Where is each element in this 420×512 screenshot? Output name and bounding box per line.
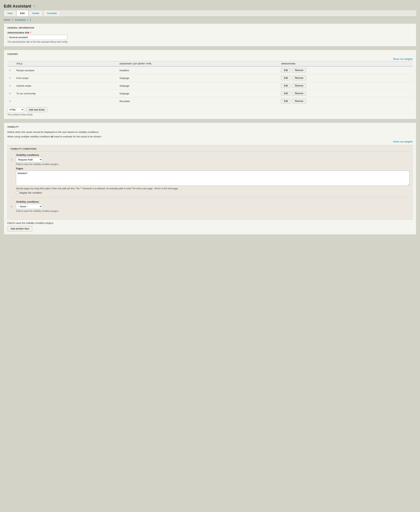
content-title: CONTENT: [7, 53, 413, 55]
row-title-2: Submit recipe: [15, 82, 118, 90]
content-table: TITLE ASSISTANT LIST ENTRY TYPE OPERATIO…: [7, 61, 413, 105]
admin-title-input[interactable]: [7, 35, 68, 40]
breadcrumb-home[interactable]: Home: [4, 18, 10, 21]
vis-pages-input-1[interactable]: /articles/*: [16, 171, 409, 186]
required-marker: *: [30, 31, 31, 34]
vis-pages-desc-1: Specify pages by using their paths. Ente…: [16, 187, 409, 190]
visibility-condition-1: ✛ Visibility conditions Request Path – N…: [11, 154, 409, 197]
breadcrumb-sep2: »: [27, 18, 29, 21]
vis-drag-handle-2[interactable]: ✛: [11, 205, 13, 208]
page-tabs: View Edit Delete Translate: [4, 10, 416, 16]
visibility-show-row-weights-link[interactable]: Show row weights: [393, 140, 413, 143]
bottom-field-desc: Field to save the visibility condition p…: [7, 222, 413, 224]
vis-cond-select-2[interactable]: – None – Request Path User Role Language: [16, 204, 42, 209]
add-entry-row: HTMLSubpageHeadlineReusable Add new Entr…: [7, 107, 413, 112]
visibility-desc2: When using multiple visibility condition…: [7, 135, 413, 139]
vis-cond-select-1[interactable]: Request Path – None – User Role Language: [16, 157, 42, 162]
table-row: ✛ To our community Subpage Edit Remove: [7, 90, 413, 97]
content-panel: CONTENT Show row weights TITLE ASSISTANT…: [4, 50, 416, 119]
remove-button-0[interactable]: Remove: [292, 68, 306, 73]
row-type-4: Reusable: [118, 97, 280, 105]
edit-button-4[interactable]: Edit: [281, 99, 291, 103]
admin-title-label: Administrative title *: [7, 31, 413, 34]
add-new-entry-button[interactable]: Add new Entry: [26, 107, 48, 112]
general-information-panel: GENERAL INFORMATION Administrative title…: [4, 23, 416, 46]
row-title-0: Recipe assistant: [15, 66, 118, 74]
edit-button-0[interactable]: Edit: [281, 68, 291, 73]
drag-handle-4[interactable]: ✛: [9, 100, 11, 103]
row-type-1: Subpage: [118, 74, 280, 82]
drag-handle-3[interactable]: ✛: [9, 92, 11, 95]
tab-delete[interactable]: Delete: [29, 10, 43, 16]
content-description: The content of this Assist.: [7, 113, 413, 116]
row-ops-0: Edit Remove: [280, 66, 413, 74]
vis-pages-label-1: Pages: [16, 167, 409, 170]
row-ops-2: Edit Remove: [280, 82, 413, 90]
vis-cond-desc-1: Field to save the visibility condition p…: [16, 163, 409, 166]
table-row: ✛ Reusable Edit Remove: [7, 97, 413, 105]
negate-row-1: Negate the condition: [16, 191, 409, 194]
edit-button-1[interactable]: Edit: [281, 76, 291, 80]
col-title: TITLE: [15, 61, 118, 67]
tab-view[interactable]: View: [4, 10, 16, 16]
row-type-2: Subpage: [118, 82, 280, 90]
row-ops-4: Edit Remove: [280, 97, 413, 105]
tab-edit[interactable]: Edit: [16, 10, 28, 16]
table-row: ✛ Submit recipe Subpage Edit Remove: [7, 82, 413, 90]
col-type: ASSISTANT LIST ENTRY TYPE: [118, 61, 280, 67]
row-type-0: Headline: [118, 66, 280, 74]
drag-handle-2[interactable]: ✛: [9, 84, 11, 87]
row-title-1: Find recipe: [15, 74, 118, 82]
table-row: ✛ Find recipe Subpage Edit Remove: [7, 74, 413, 82]
edit-button-3[interactable]: Edit: [281, 91, 291, 96]
visibility-desc1: Define when this assist should be displa…: [7, 130, 413, 134]
edit-button-2[interactable]: Edit: [281, 83, 291, 88]
visibility-conditions-title: VISIBILITY CONDITIONS: [11, 148, 409, 151]
page-title-text: Edit Assistant: [4, 4, 31, 9]
vis-cond-label-2: Visibility conditions: [16, 200, 409, 203]
drag-handle-1[interactable]: ✛: [9, 76, 11, 80]
row-type-3: Subpage: [118, 90, 280, 97]
vis-drag-handle-1[interactable]: ✛: [11, 158, 13, 162]
col-ops: OPERATIONS: [280, 61, 413, 67]
general-information-title: GENERAL INFORMATION: [7, 27, 413, 29]
breadcrumb-assistants[interactable]: Assistants: [15, 18, 26, 21]
breadcrumb-sep1: »: [12, 18, 14, 21]
vis-fields-1: Visibility conditions Request Path – Non…: [16, 154, 409, 194]
visibility-title: VISIBILITY: [7, 126, 413, 128]
vis-cond-desc-2: Field to save the visibility condition p…: [16, 210, 409, 212]
remove-button-3[interactable]: Remove: [292, 91, 306, 96]
row-title-3: To our community: [15, 90, 118, 97]
page-title: Edit Assistant ☆: [4, 2, 416, 10]
vis-cond-label-1: Visibility conditions: [16, 154, 409, 156]
visibility-conditions-sub-panel: VISIBILITY CONDITIONS ✛ Visibility condi…: [7, 145, 413, 220]
row-title-4: [15, 97, 118, 105]
row-ops-1: Edit Remove: [280, 74, 413, 82]
add-another-item-button[interactable]: Add another item: [7, 226, 32, 231]
drag-handle-0[interactable]: ✛: [9, 69, 11, 72]
remove-button-1[interactable]: Remove: [292, 76, 306, 80]
favorite-star-icon[interactable]: ☆: [33, 4, 36, 8]
breadcrumb-id[interactable]: 1: [30, 18, 31, 21]
remove-button-4[interactable]: Remove: [292, 99, 306, 103]
table-row: ✛ Recipe assistant Headline Edit Remove: [7, 66, 413, 74]
negate-checkbox-1[interactable]: [16, 192, 18, 194]
entry-type-select[interactable]: HTMLSubpageHeadlineReusable: [7, 107, 24, 112]
show-row-weights-link[interactable]: Show row weights: [393, 58, 413, 60]
vis-fields-2: Visibility conditions – None – Request P…: [16, 200, 409, 214]
visibility-row-weights-header: Show row weights: [7, 140, 413, 143]
visibility-desc-bold: all: [51, 135, 53, 138]
negate-label-1: Negate the condition: [20, 191, 42, 194]
visibility-condition-2: ✛ Visibility conditions – None – Request…: [11, 200, 409, 217]
col-drag: [7, 61, 15, 67]
remove-button-2[interactable]: Remove: [292, 83, 306, 88]
breadcrumb: Home » Assistants » 1: [4, 18, 416, 21]
visibility-panel: VISIBILITY Define when this assist shoul…: [4, 123, 416, 235]
content-header: Show row weights: [7, 58, 413, 60]
row-ops-3: Edit Remove: [280, 90, 413, 97]
admin-title-description: The administrative title of the this ass…: [7, 41, 413, 43]
tab-translate[interactable]: Translate: [43, 10, 60, 16]
